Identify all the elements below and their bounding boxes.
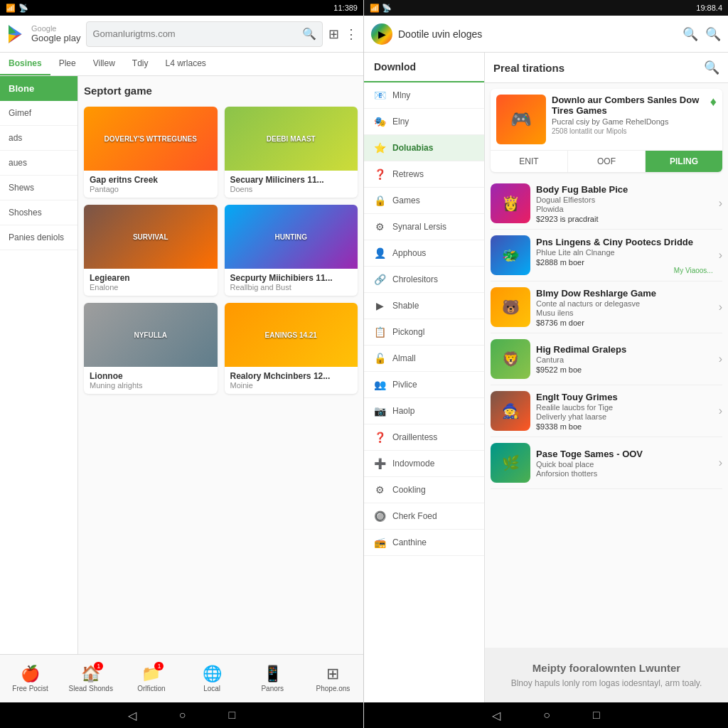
- game-card-1[interactable]: DEEBI MAAST Secuary Miliciners 11... Doe…: [225, 107, 358, 198]
- right-recents-button[interactable]: □: [593, 709, 600, 722]
- lock-icon: 🔒: [374, 195, 385, 206]
- users-icon: 👥: [374, 379, 385, 390]
- sidebar-item-ads[interactable]: ads: [0, 126, 77, 151]
- right-sidebar-header[interactable]: Downlod: [364, 53, 484, 82]
- game-name-1: Secuary Miliciners 11...: [230, 175, 353, 185]
- bottom-nav-phone[interactable]: 📱 Panors: [242, 655, 303, 702]
- action-piling[interactable]: PILING: [646, 151, 722, 172]
- game-card-5[interactable]: EANINGS 14.21 Realory Mchcinbers 12... M…: [225, 303, 358, 394]
- bottom-nav-label-1: Slead Shonds: [69, 685, 113, 692]
- bottom-nav-globe[interactable]: 🌐 Local: [182, 655, 242, 702]
- right-home-button[interactable]: ○: [543, 709, 550, 722]
- tab-tdiy[interactable]: Tdiy: [124, 53, 157, 75]
- game-thumb-4: NYFULLA: [84, 303, 218, 367]
- content-search-icon[interactable]: 🔍: [704, 60, 719, 75]
- list-item-0[interactable]: 👸 Body Fug Bable Pice Dogual Elfiestors …: [491, 178, 722, 230]
- sidebar-item-chrolesitors[interactable]: 🔗 Chrolesitors: [364, 267, 484, 293]
- tab-plee[interactable]: Plee: [50, 53, 85, 75]
- tab-l4[interactable]: L4 wrlaces: [157, 53, 215, 75]
- right-more-icon[interactable]: 🔍: [705, 26, 721, 42]
- list-item-2[interactable]: 🐻 Blmy Dow Reshlarge Game Conte al nactu…: [491, 282, 722, 333]
- sidebar-item-shable[interactable]: ▶ Shable: [364, 293, 484, 319]
- left-phone: 📶 📡 11:389 Google Google play: [0, 0, 364, 728]
- sidebar-item-shews[interactable]: Shews: [0, 176, 77, 200]
- sidebar-item-canthine[interactable]: 📻 Canthine: [364, 530, 484, 556]
- bottom-nav-folder[interactable]: 📁 1 Orlfiction: [121, 655, 181, 702]
- list-thumb-5: 🌿: [491, 443, 530, 483]
- bottom-nav-apple[interactable]: 🍎 Free Pocist: [0, 655, 60, 702]
- list-sub-3: Cantura: [536, 355, 713, 364]
- game-card-0[interactable]: DOVERLY'S WTTREGUNES Gap eritns Creek Pa…: [84, 107, 218, 198]
- home-button[interactable]: ○: [179, 709, 186, 722]
- sidebar-item-mlny[interactable]: 📧 Mlny: [364, 82, 484, 109]
- bottom-nav-label-2: Orlfiction: [137, 685, 165, 692]
- theater-icon: 🎭: [374, 116, 385, 127]
- tab-bosines[interactable]: Bosines: [0, 53, 50, 75]
- game-card-4[interactable]: NYFULLA Lionnoe Muning alrights: [84, 303, 218, 394]
- action-oof[interactable]: OOF: [568, 151, 646, 172]
- back-button[interactable]: ◁: [128, 709, 136, 722]
- globe-icon: 🌐: [203, 665, 222, 683]
- sidebar-item-synaral[interactable]: ⚙ Synaral Lersis: [364, 214, 484, 240]
- bottom-nav-grid[interactable]: ⊞ Phope.ons: [303, 655, 363, 702]
- grid-icon[interactable]: ⊞: [328, 26, 339, 42]
- sidebar-item-aues[interactable]: aues: [0, 151, 77, 176]
- game-card-2[interactable]: SURVIVAL Legiearen Enalone: [84, 205, 218, 296]
- chevron-icon-1: ›: [719, 249, 722, 262]
- camera-icon: 📷: [374, 405, 385, 417]
- list-extra-2: Musu ilens: [536, 309, 713, 317]
- list-name-1: Pns Lingens & Ciny Pootecs Dridde: [536, 237, 713, 247]
- bottom-nav-label-5: Phope.ons: [316, 685, 350, 692]
- plus-icon: ➕: [374, 458, 385, 469]
- sidebar-item-haolp[interactable]: 📷 Haolp: [364, 398, 484, 424]
- sidebar-item-indovmode[interactable]: ➕ Indovmode: [364, 451, 484, 477]
- right-android-nav: ◁ ○ □: [364, 702, 728, 728]
- list-sub-2: Conte al nacturs or delegasve: [536, 299, 713, 308]
- right-search-icon[interactable]: 🔍: [682, 26, 698, 42]
- list-item-5[interactable]: 🌿 Pase Toge Sames - OOV Quick boal place…: [491, 437, 722, 489]
- featured-card[interactable]: 🎮 Downlo aur Combers Sanles Dow Tires Ga…: [491, 89, 722, 172]
- my-videos-label: My Viaoos...: [536, 267, 713, 274]
- sidebar-item-doluabias[interactable]: ⭐ Doluabias: [364, 135, 484, 161]
- sidebar-item-panies[interactable]: Panies deniols: [0, 225, 77, 250]
- game-thumb-label-0: DOVERLY'S WTTREGUNES: [102, 132, 200, 146]
- sidebar-item-games[interactable]: 🔒 Games: [364, 188, 484, 214]
- sidebar-item-elny[interactable]: 🎭 Elny: [364, 109, 484, 135]
- sidebar-item-cherk-foed[interactable]: 🔘 Cherk Foed: [364, 503, 484, 530]
- sidebar-item-shoshes[interactable]: Shoshes: [0, 200, 77, 225]
- sidebar-item-almall[interactable]: 🔓 Almall: [364, 346, 484, 372]
- action-enit[interactable]: ENIT: [491, 151, 568, 172]
- list-item-3[interactable]: 🦁 Hig Redimal Graleps Cantura $9522 m bo…: [491, 333, 722, 385]
- chevron-icon-3: ›: [719, 353, 722, 365]
- list-thumb-0: 👸: [491, 183, 530, 223]
- tab-villew[interactable]: Villew: [85, 53, 124, 75]
- left-sidebar: Blone Gimef ads aues Shews Shoshes Panie…: [0, 76, 78, 654]
- sidebar-item-cookling[interactable]: ⚙ Cookling: [364, 477, 484, 503]
- sidebar-item-gimef[interactable]: Gimef: [0, 101, 77, 126]
- game-thumb-label-1: DEEBI MAAST: [264, 132, 318, 146]
- search-icon[interactable]: 🔍: [302, 27, 316, 41]
- right-sidebar: Downlod 📧 Mlny 🎭 Elny ⭐ Doluabias ❓ Retr…: [364, 53, 485, 702]
- sidebar-item-oraillentess[interactable]: ❓ Oraillentess: [364, 424, 484, 451]
- game-thumb-0: DOVERLY'S WTTREGUNES: [84, 107, 218, 171]
- sidebar-item-apphous[interactable]: 👤 Apphous: [364, 240, 484, 267]
- recents-button[interactable]: □: [229, 709, 236, 722]
- list-item-1[interactable]: 🐲 Pns Lingens & Ciny Pootecs Dridde Phlu…: [491, 230, 722, 282]
- featured-thumb: 🎮: [496, 95, 546, 144]
- right-back-button[interactable]: ◁: [492, 709, 500, 722]
- list-extra-0: Plowida: [536, 205, 713, 213]
- search-bar[interactable]: 🔍: [86, 21, 323, 47]
- sidebar-item-pickongl[interactable]: 📋 Pickongl: [364, 319, 484, 346]
- sidebar-item-pivlice[interactable]: 👥 Pivlice: [364, 372, 484, 398]
- search-input[interactable]: [92, 28, 302, 39]
- more-options-icon[interactable]: ⋮: [345, 26, 358, 42]
- bottom-nav-home[interactable]: 🏠 1 Slead Shonds: [60, 655, 121, 702]
- sidebar-item-retrews[interactable]: ❓ Retrews: [364, 161, 484, 188]
- game-card-3[interactable]: HUNTING Secpurty Miichibiers 11... Reall…: [225, 205, 358, 296]
- empty-state-title: Meipty fooralownten Lwunter: [499, 662, 714, 674]
- chevron-icon-4: ›: [719, 405, 722, 417]
- sidebar-item-blone[interactable]: Blone: [0, 76, 77, 101]
- left-status-bar: 📶 📡 11:389: [0, 0, 363, 16]
- list-item-4[interactable]: 🧙 Englt Touy Grimes Realile laucbs for T…: [491, 385, 722, 437]
- bottom-nav-label-3: Local: [203, 685, 220, 692]
